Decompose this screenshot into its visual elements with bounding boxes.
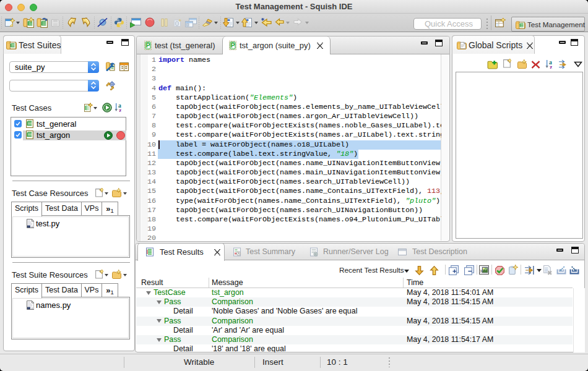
svg-text:P: P [146, 42, 150, 49]
svg-text:P: P [231, 42, 235, 49]
